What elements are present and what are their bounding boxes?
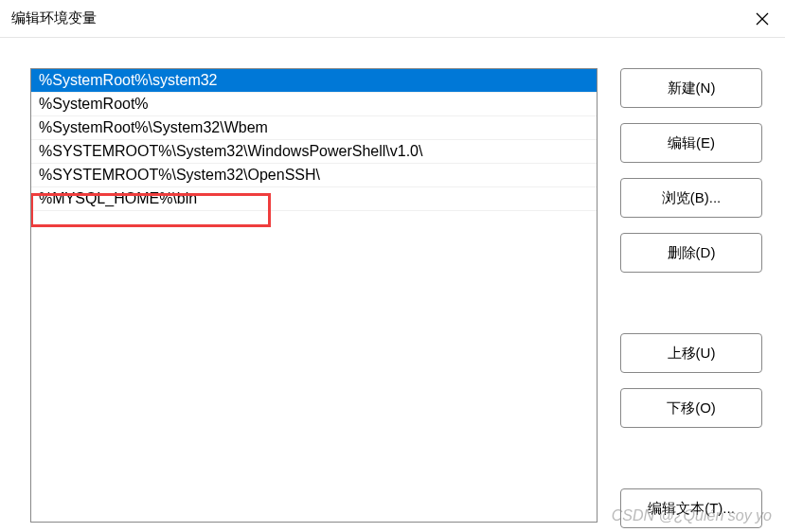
list-item[interactable]: %SystemRoot%\System32\Wbem	[31, 116, 597, 140]
edittext-button[interactable]: 编辑文本(T)...	[620, 488, 762, 528]
dialog-window: 编辑环境变量 %SystemRoot%\system32 %SystemRoot…	[0, 0, 785, 532]
browse-button[interactable]: 浏览(B)...	[620, 178, 762, 218]
dialog-title: 编辑环境变量	[11, 9, 97, 27]
moveup-button[interactable]: 上移(U)	[620, 333, 762, 373]
path-listbox[interactable]: %SystemRoot%\system32 %SystemRoot% %Syst…	[30, 68, 598, 523]
new-button[interactable]: 新建(N)	[620, 68, 762, 108]
close-button[interactable]	[743, 0, 781, 38]
movedown-button[interactable]: 下移(O)	[620, 388, 762, 428]
list-item[interactable]: %SystemRoot%\system32	[31, 69, 597, 93]
list-item[interactable]: %SYSTEMROOT%\System32\OpenSSH\	[31, 164, 597, 187]
list-item[interactable]: %SYSTEMROOT%\System32\WindowsPowerShell\…	[31, 140, 597, 164]
title-bar: 编辑环境变量	[0, 0, 785, 38]
list-item[interactable]: %MYSQL_HOME%\bin	[31, 187, 597, 211]
list-item[interactable]: %SystemRoot%	[31, 93, 597, 116]
dialog-content: %SystemRoot%\system32 %SystemRoot% %Syst…	[0, 38, 785, 532]
button-column: 新建(N) 编辑(E) 浏览(B)... 删除(D) 上移(U) 下移(O) 编…	[620, 68, 762, 532]
edit-button[interactable]: 编辑(E)	[620, 123, 762, 163]
spacer	[620, 443, 762, 473]
spacer	[620, 288, 762, 318]
delete-button[interactable]: 删除(D)	[620, 233, 762, 273]
close-icon	[756, 12, 769, 26]
